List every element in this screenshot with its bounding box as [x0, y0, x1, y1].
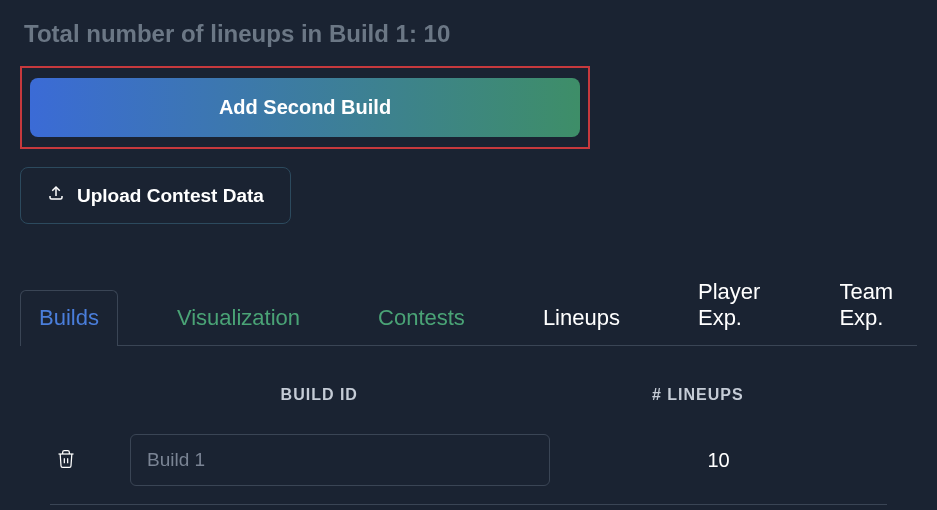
build-id-input[interactable]	[130, 434, 550, 486]
column-header-build-id: BUILD ID	[130, 386, 509, 404]
tab-player-exp[interactable]: Player Exp.	[679, 264, 780, 345]
tab-team-exp[interactable]: Team Exp.	[820, 264, 917, 345]
page-title: Total number of lineups in Build 1: 10	[24, 20, 917, 48]
upload-button-label: Upload Contest Data	[77, 185, 264, 207]
lineups-count: 10	[707, 449, 729, 471]
trash-icon	[56, 458, 76, 473]
upload-contest-data-button[interactable]: Upload Contest Data	[20, 167, 291, 224]
highlight-box: Add Second Build	[20, 66, 590, 149]
column-header-lineups: # LINEUPS	[509, 386, 888, 404]
table-header: BUILD ID # LINEUPS	[50, 386, 887, 404]
tabs-container: Builds Visualization Contests Lineups Pl…	[20, 264, 917, 346]
delete-build-button[interactable]	[50, 442, 82, 479]
tab-builds[interactable]: Builds	[20, 290, 118, 346]
add-second-build-button[interactable]: Add Second Build	[30, 78, 580, 137]
builds-table: BUILD ID # LINEUPS 10	[20, 386, 917, 505]
upload-icon	[47, 184, 65, 207]
tab-lineups[interactable]: Lineups	[524, 290, 639, 345]
table-row: 10	[50, 434, 887, 505]
tab-contests[interactable]: Contests	[359, 290, 484, 345]
tab-visualization[interactable]: Visualization	[158, 290, 319, 345]
